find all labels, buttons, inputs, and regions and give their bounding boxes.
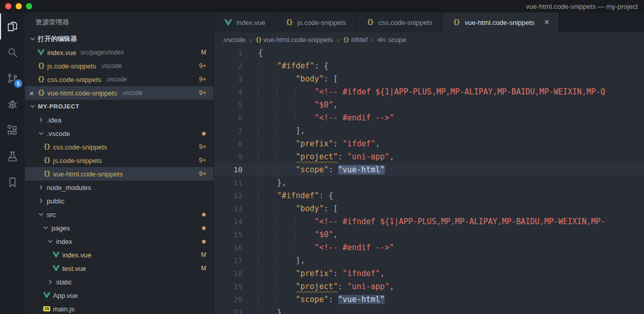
line-number[interactable]: 3 [214, 73, 243, 86]
activity-source-control-icon[interactable]: 5 [0, 65, 25, 91]
code-line[interactable]: 10 "scope": "vue-html" [214, 163, 644, 176]
code-line[interactable]: 14 "<!-- #ifndef ${1|APP-PLUS,MP,MP-ALIP… [214, 215, 644, 228]
code-token: "body" [296, 204, 324, 213]
code-line[interactable]: 3 "body": [ [214, 73, 644, 86]
code-token: "<!-- #endif -->" [314, 113, 394, 122]
line-number[interactable]: 9 [214, 151, 243, 163]
tab-index.vue[interactable]: index.vue [214, 12, 275, 32]
json-braces-icon: {} [36, 89, 46, 97]
line-number[interactable]: 13 [214, 202, 243, 215]
code-line[interactable]: 15 "$0", [214, 228, 644, 241]
tree-item-public[interactable]: public [25, 194, 213, 208]
line-number[interactable]: 4 [214, 86, 243, 99]
code-line[interactable]: 7 ], [214, 125, 644, 138]
tab-css.code-snippets[interactable]: {}css.code-snippets [356, 12, 442, 32]
code-editor[interactable]: 1{2 "#ifdef": {3 "body": [4 "<!-- #ifdef… [214, 47, 644, 314]
code-line[interactable]: 12 "#ifndef": { [214, 189, 644, 202]
tree-item-.vscode[interactable]: .vscode [25, 127, 213, 140]
tree-item-.idea[interactable]: .idea [25, 113, 213, 127]
code-line[interactable]: 19 "project": "uni-app", [214, 280, 644, 293]
source-control-badge: 5 [14, 79, 22, 88]
code-line[interactable]: 18 "prefix": "ifndef", [214, 267, 644, 280]
indent [258, 100, 314, 110]
code-line[interactable]: 21 }, [214, 306, 644, 314]
line-number[interactable]: 1 [214, 47, 243, 60]
tree-item-main.js[interactable]: JSmain.js [25, 302, 213, 314]
indent [258, 256, 296, 265]
code-text: "prefix": "ifdef", [258, 138, 380, 151]
line-number[interactable]: 7 [214, 125, 243, 138]
line-number[interactable]: 16 [214, 241, 243, 254]
line-number[interactable]: 19 [214, 280, 243, 293]
code-line[interactable]: 13 "body": [ [214, 202, 644, 215]
tree-item-index.vue[interactable]: index.vueM [25, 248, 213, 262]
tab-bar: index.vue{}js.code-snippets{}css.code-sn… [214, 12, 644, 32]
line-number[interactable]: 20 [214, 293, 243, 306]
code-line[interactable]: 17 ], [214, 254, 644, 267]
close-editor-button[interactable]: × [28, 89, 35, 97]
open-editor-css.code-snippets[interactable]: {}css.code-snippets.vscode9+ [25, 73, 213, 86]
activity-search-icon[interactable] [0, 39, 25, 65]
code-line[interactable]: 2 "#ifdef": { [214, 60, 644, 73]
json-braces-icon: {} [42, 157, 51, 164]
line-number[interactable]: 18 [214, 267, 243, 280]
open-editor-js.code-snippets[interactable]: {}js.code-snippets.vscode9+ [25, 59, 213, 73]
activity-debug-icon[interactable] [0, 91, 25, 117]
code-token: "vue-html" [338, 295, 385, 304]
tree-item-test.vue[interactable]: test.vueM [25, 262, 213, 275]
minimize-window-button[interactable] [16, 3, 22, 9]
line-number[interactable]: 17 [214, 254, 243, 267]
code-line[interactable]: 16 "<!-- #endif -->" [214, 241, 644, 254]
activity-bookmarks-icon[interactable] [0, 169, 25, 195]
tree-item-pages[interactable]: pages [25, 221, 213, 235]
code-line[interactable]: 11 }, [214, 176, 644, 189]
tab-vue-html.code-snippets[interactable]: {}vue-html.code-snippets× [442, 12, 559, 32]
zoom-window-button[interactable] [26, 3, 32, 9]
line-number[interactable]: 21 [214, 306, 243, 314]
code-line[interactable]: 1{ [214, 47, 644, 60]
tree-item-node_modules[interactable]: node_modules [25, 181, 213, 194]
chevron-right-icon [37, 184, 45, 191]
line-number[interactable]: 10 [214, 163, 243, 176]
close-window-button[interactable] [5, 3, 11, 9]
activity-extensions-icon[interactable] [0, 117, 25, 143]
project-section-header[interactable]: MY-PROJECT [25, 100, 213, 113]
line-number[interactable]: 2 [214, 60, 243, 73]
open-editor-vue-html.code-snippets[interactable]: ×{}vue-html.code-snippets.vscode9+ [25, 86, 213, 100]
code-line[interactable]: 5 "$0", [214, 99, 644, 112]
chevron-down-icon [29, 35, 37, 43]
activity-testing-icon[interactable] [0, 143, 25, 169]
tree-item-index[interactable]: index [25, 235, 213, 248]
close-tab-button[interactable]: × [544, 18, 549, 26]
line-number[interactable]: 5 [214, 99, 243, 112]
breadcrumb-item[interactable]: {}#ifdef [343, 36, 367, 44]
line-number[interactable]: 12 [214, 189, 243, 202]
tree-item-vue-html.code-snippets[interactable]: {}vue-html.code-snippets9+ [25, 167, 213, 181]
code-line[interactable]: 4 "<!-- #ifdef ${1|APP-PLUS,MP,MP-ALIPAY… [214, 86, 644, 99]
tree-item-static[interactable]: static [25, 275, 213, 289]
line-number[interactable]: 8 [214, 138, 243, 151]
tab-js.code-snippets[interactable]: {}js.code-snippets [275, 12, 356, 32]
line-number[interactable]: 15 [214, 228, 243, 241]
open-editor-index.vue[interactable]: index.vuesrc/pages/indexM [25, 46, 213, 59]
code-line[interactable]: 20 "scope": "vue-html" [214, 293, 644, 306]
code-line[interactable]: 8 "prefix": "ifdef", [214, 138, 644, 151]
tree-item-App.vue[interactable]: App.vue [25, 289, 213, 302]
indent [258, 230, 314, 239]
tree-item-css.code-snippets[interactable]: {}css.code-snippets9+ [25, 140, 213, 154]
breadcrumb-item[interactable]: abcscope [378, 36, 407, 44]
breadcrumb-item[interactable]: .vscode [222, 36, 246, 44]
tree-item-js.code-snippets[interactable]: {}js.code-snippets9+ [25, 154, 213, 167]
breadcrumb-item[interactable]: {}vue-html.code-snippets [256, 36, 333, 44]
activity-explorer-icon[interactable] [0, 13, 25, 39]
code-token: "scope" [296, 295, 328, 304]
open-editors-section-header[interactable]: 打开的编辑器 [25, 32, 213, 46]
line-number[interactable]: 14 [214, 215, 243, 228]
vue-icon [51, 252, 61, 258]
line-number[interactable]: 11 [214, 176, 243, 189]
line-number[interactable]: 6 [214, 112, 243, 125]
tree-item-src[interactable]: src [25, 208, 213, 221]
indent [258, 269, 296, 278]
code-line[interactable]: 9 "project": "uni-app", [214, 151, 644, 163]
code-line[interactable]: 6 "<!-- #endif -->" [214, 112, 644, 125]
